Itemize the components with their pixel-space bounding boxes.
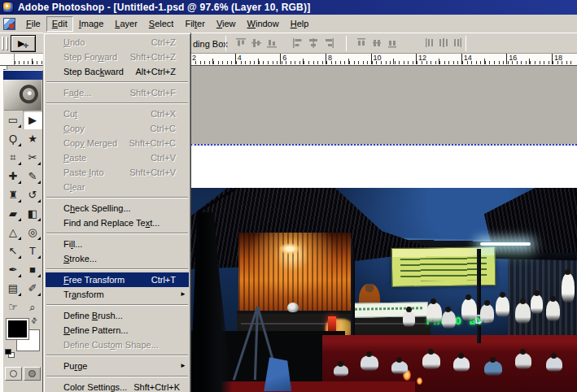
edit-menu-item-step-forward[interactable]: Step ForwardShft+Ctrl+Z [46,50,189,64]
edit-menu-item-fade[interactable]: Fade...Shft+Ctrl+F [46,85,189,100]
align-bottom-edges-icon [266,37,278,49]
edit-menu-item-purge[interactable]: Purge► [46,359,189,373]
ruler-corner [0,54,15,66]
align-vertical-centers-button[interactable] [250,37,263,50]
gradient-tool[interactable]: ◧ [23,204,42,223]
hand-tool[interactable]: ☞ [3,298,23,316]
lasso-tool[interactable]: Ϙ [3,129,23,148]
edit-menu-item-transform[interactable]: Transform► [46,287,189,302]
photo-kettle [287,303,299,312]
photo-person-head [490,357,496,363]
distribute-vertical-centers-button[interactable] [370,37,383,50]
pen-tool[interactable]: ✒ [3,260,23,279]
edit-menu-item-define-brush[interactable]: Define Brush... [46,308,189,323]
menubar-item-select[interactable]: Select [143,16,180,32]
edit-menu-item-copy-merged[interactable]: Copy MergedShft+Ctrl+C [46,136,189,150]
move-tool[interactable]: ▶ [23,111,42,129]
healing-brush-tool[interactable]: ✚ [3,167,23,185]
flyout-triangle-icon [18,293,21,296]
adobe-artwork[interactable] [4,80,42,111]
foreground-color-swatch[interactable] [7,319,28,339]
edit-menu-item-copy[interactable]: CopyCtrl+C [46,121,189,136]
edit-menu-item-cut[interactable]: CutCtrl+X [46,107,189,121]
dodge-tool[interactable]: ◎ [23,223,42,242]
menubar-item-help[interactable]: Help [285,16,315,32]
crop-icon: ⌗ [10,151,15,164]
edit-menu-item-undo[interactable]: UndoCtrl+Z [46,35,189,50]
align-horizontal-centers-button[interactable] [307,37,320,50]
document-icon[interactable] [3,18,15,30]
edit-menu-item-define-pattern[interactable]: Define Pattern... [46,323,189,338]
menubar-item-view[interactable]: View [211,16,242,32]
quick-mask-mode-button[interactable] [24,367,41,381]
standard-mode-icon [10,370,17,377]
tool-palette-titlebar[interactable] [3,71,42,80]
photo-person-head [366,351,372,357]
path-selection-icon: ↖ [9,245,18,257]
palette-well-grip[interactable] [2,37,4,50]
menubar-item-filter[interactable]: Filter [179,16,210,32]
gradient-icon: ◧ [28,207,37,220]
distribute-vertical-centers-icon [371,37,382,49]
edit-menu-item-stroke[interactable]: Stroke... [46,251,189,266]
edit-menu-item-paste[interactable]: PasteCtrl+V [46,150,189,165]
edit-menu-item-find-and-replace-text[interactable]: Find and Replace Text... [46,216,189,230]
edit-menu-item-color-settings[interactable]: Color Settings...Shft+Ctrl+K [46,380,189,392]
edit-menu-item-define-custom-shape[interactable]: Define Custom Shape... [46,338,189,352]
menubar-item-window[interactable]: Window [242,16,285,32]
edit-menu-item-check-spelling[interactable]: Check Spelling... [46,201,189,216]
history-brush-tool[interactable]: ↺ [23,185,42,204]
show-bounding-box-label[interactable]: ding Box [193,39,228,49]
distribute-right-edges-button[interactable] [450,37,463,50]
notes-tool[interactable]: ▤ [3,279,23,298]
shape-tool[interactable]: ■ [23,260,42,279]
align-bottom-edges-button[interactable] [265,37,278,50]
type-tool[interactable]: T [23,242,42,260]
document-canvas[interactable] [190,146,577,188]
swap-colors-icon[interactable]: ⇄ [29,316,39,325]
distribute-horizontal-centers-button[interactable] [437,37,450,50]
menubar-item-file[interactable]: File [20,16,46,32]
edit-menu-item-paste-into[interactable]: Paste IntoShft+Ctrl+V [46,165,189,180]
palette-well-grip[interactable] [6,37,8,50]
photo-person-head [445,307,451,312]
shortcut-label: Ctrl+T [151,275,176,285]
align-left-edges-button[interactable] [291,37,304,50]
menubar-item-edit[interactable]: Edit [46,16,73,32]
path-selection-tool[interactable]: ↖ [3,242,23,260]
edit-menu-item-fill[interactable]: Fill... [46,237,189,251]
distribute-left-edges-button[interactable] [424,37,437,50]
edit-menu-item-step-backward[interactable]: Step BackwardAlt+Ctrl+Z [46,64,189,79]
eyedropper-tool[interactable]: ✐ [23,279,42,298]
photo-layer[interactable]: PHOTO BY ǅ [190,188,577,392]
default-colors-icon[interactable] [5,349,15,358]
distribute-top-edges-button[interactable] [355,37,368,50]
flyout-triangle-icon [18,218,21,221]
rectangular-marquee-tool[interactable]: ▭ [3,111,23,129]
title-bar[interactable]: Adobe Photoshop - [Untitled-1.psd @ 97.6… [0,0,577,15]
flyout-triangle-icon [37,162,41,165]
photo-person-head [520,298,526,304]
canvas-pasteboard[interactable] [190,66,577,144]
clone-stamp-tool[interactable]: ♜ [3,185,23,204]
blur-tool[interactable]: △ [3,223,23,242]
edit-menu-item-clear[interactable]: Clear [46,180,189,194]
align-right-edges-button[interactable] [322,37,335,50]
standard-mode-button[interactable] [5,367,22,381]
zoom-tool[interactable]: ⌕ [23,298,42,316]
photo-person-head [338,361,343,367]
slice-tool[interactable]: ✂ [23,148,42,167]
move-cross-icon: ✛ [23,43,28,50]
align-top-edges-button[interactable] [234,37,247,50]
menubar-item-layer[interactable]: Layer [109,16,143,32]
move-tool-preview-button[interactable]: ▶ ✛ [11,35,36,52]
menubar-item-image[interactable]: Image [73,16,110,32]
brush-tool[interactable]: ✎ [23,167,42,185]
edit-menu-item-free-transform[interactable]: Free TransformCtrl+T [46,272,189,287]
crop-tool[interactable]: ⌗ [3,148,23,167]
photo-fluorescent-light [480,242,531,246]
eraser-tool[interactable]: ▰ [3,204,23,223]
photo-person-head [500,292,505,298]
distribute-bottom-edges-button[interactable] [386,37,399,50]
magic-wand-tool[interactable]: ★ [23,129,42,148]
